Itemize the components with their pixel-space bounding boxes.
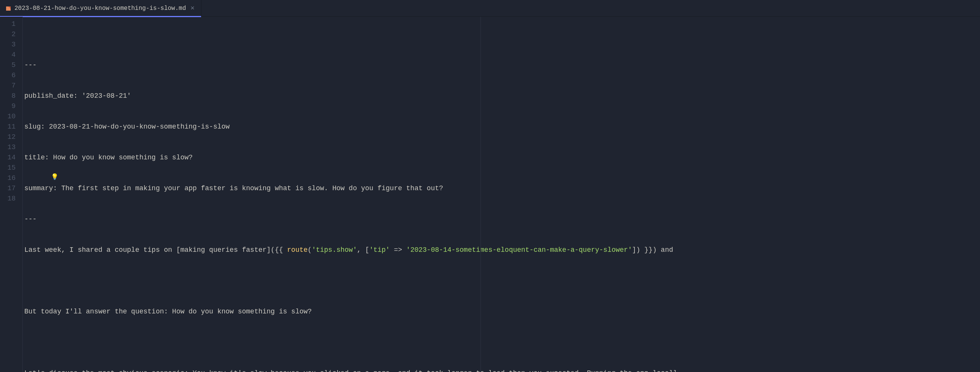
line-number: 2 [0,29,22,40]
code-line: But today I'll answer the question: How … [24,307,980,317]
line-number: 15 [0,163,22,173]
line-number: 9 [0,101,22,112]
line-number: 14 [0,153,22,163]
code-line [24,337,980,348]
code-line: Last week, I shared a couple tips on [ma… [24,245,980,255]
code-line: --- [24,214,980,224]
line-number: 1 [0,19,22,29]
code-line: summary: The first step in making your a… [24,184,980,193]
line-number: 17 [0,184,22,193]
line-number: 11 [0,122,22,132]
line-number: 6 [0,70,22,81]
line-number: 18 [0,193,22,204]
tab-filename: 2023-08-21-how-do-you-know-something-is-… [14,5,186,12]
editor-tab[interactable]: 2023-08-21-how-do-you-know-something-is-… [0,0,202,16]
code-line [24,276,980,286]
line-number: 8 [0,91,22,101]
line-number: 3 [0,40,22,50]
line-number: 4 [0,50,22,60]
markdown-file-icon [5,5,11,11]
code-line: slug: 2023-08-21-how-do-you-know-somethi… [24,122,980,132]
line-number: 5 [0,60,22,70]
code-line: --- [24,60,980,70]
line-number-gutter: 123456789101112131415161718 [0,17,23,372]
line-number: 10 [0,112,22,122]
editor-content[interactable]: 💡 --- publish_date: '2023-08-21' slug: 2… [23,17,980,372]
close-icon[interactable]: × [189,5,196,12]
ruler-line [480,17,481,372]
line-number: 12 [0,132,22,142]
line-number: 13 [0,142,22,153]
lightbulb-icon[interactable]: 💡 [51,172,59,183]
code-line: title: How do you know something is slow… [24,153,980,163]
code-line: publish_date: '2023-08-21' [24,91,980,101]
line-number: 16 [0,173,22,184]
line-number: 7 [0,81,22,91]
editor[interactable]: 123456789101112131415161718 💡 --- publis… [0,17,980,372]
code-line: Let's discuss the most obvious scenario:… [24,368,980,372]
tab-bar: 2023-08-21-how-do-you-know-something-is-… [0,0,980,17]
